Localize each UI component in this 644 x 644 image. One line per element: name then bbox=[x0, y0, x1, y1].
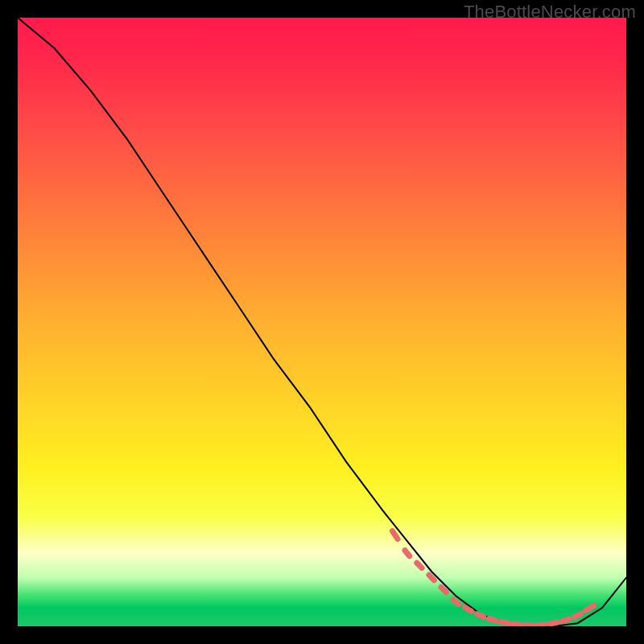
highlight-dash bbox=[489, 618, 496, 621]
plot-area bbox=[18, 18, 626, 626]
highlight-dash bbox=[392, 531, 398, 539]
highlight-dash bbox=[441, 588, 446, 592]
highlight-dash bbox=[538, 625, 545, 625]
highlight-dash bbox=[575, 613, 581, 617]
chart-svg bbox=[18, 18, 626, 626]
highlight-dash bbox=[465, 608, 472, 611]
watermark-text: TheBottleNecker.com bbox=[464, 2, 636, 23]
highlight-dash bbox=[405, 551, 410, 556]
highlight-dash bbox=[586, 605, 594, 610]
highlight-dash bbox=[562, 619, 569, 621]
highlight-dash bbox=[513, 624, 520, 625]
highlight-dots bbox=[392, 531, 593, 625]
chart-frame: TheBottleNecker.com bbox=[0, 0, 644, 644]
highlight-dash bbox=[477, 614, 483, 617]
highlight-dash bbox=[453, 600, 459, 605]
highlight-dash bbox=[417, 563, 422, 568]
highlight-dash bbox=[550, 622, 557, 624]
highlight-dash bbox=[501, 622, 508, 624]
highlight-dash bbox=[429, 575, 434, 580]
bottleneck-curve bbox=[18, 18, 626, 626]
